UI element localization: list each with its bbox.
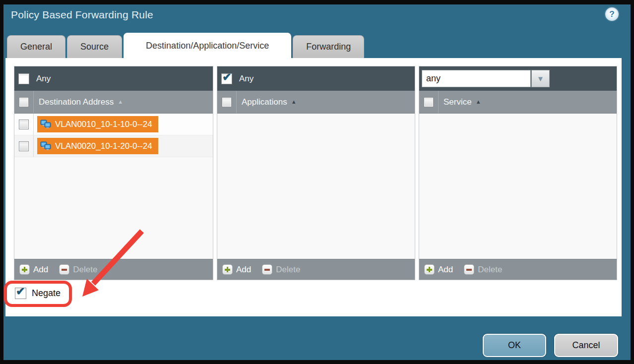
destination-any-checkbox[interactable]	[18, 73, 29, 84]
destination-any-label: Any	[36, 74, 51, 84]
table-row: VLAN0020_10-1-20-0--24	[14, 135, 213, 157]
service-type-dropdown: any ▼	[422, 70, 550, 87]
applications-any-checkbox[interactable]	[221, 73, 232, 84]
applications-select-all-checkbox[interactable]	[222, 97, 232, 107]
service-select-all-checkbox[interactable]	[424, 97, 434, 107]
negate-option: Negate	[15, 288, 61, 299]
destination-column-header: Destination Address ▲	[14, 91, 213, 114]
service-dropdown-value[interactable]: any	[422, 70, 531, 87]
destination-add-button[interactable]: Add	[19, 264, 48, 275]
sort-asc-icon[interactable]: ▲	[291, 99, 297, 105]
applications-panel: Any Applications ▲ Add	[217, 66, 415, 280]
tab-destination-application-service[interactable]: Destination/Application/Service	[124, 33, 291, 58]
cancel-button[interactable]: Cancel	[554, 334, 618, 357]
service-list	[419, 114, 617, 259]
destination-any-bar: Any	[14, 66, 213, 91]
chevron-down-icon: ▼	[537, 75, 544, 82]
tab-bar: General Source Destination/Application/S…	[7, 33, 364, 58]
negate-label: Negate	[32, 288, 61, 299]
tab-source[interactable]: Source	[67, 35, 122, 58]
destination-address-list: VLAN0010_10-1-10-0--24	[14, 114, 213, 259]
add-plus-icon	[19, 264, 30, 275]
destination-column-title[interactable]: Destination Address	[39, 97, 114, 107]
applications-delete-button[interactable]: Delete	[262, 264, 300, 275]
add-plus-icon	[424, 264, 435, 275]
network-icon	[40, 141, 52, 151]
sort-asc-icon[interactable]: ▲	[476, 99, 481, 105]
service-column-title[interactable]: Service	[444, 97, 472, 107]
address-object-vlan0020[interactable]: VLAN0020_10-1-20-0--24	[37, 138, 158, 154]
applications-add-button[interactable]: Add	[222, 264, 251, 275]
destination-footer-bar: Add Delete	[14, 259, 213, 280]
address-object-label: VLAN0010_10-1-10-0--24	[55, 120, 152, 129]
destination-select-all-checkbox[interactable]	[19, 97, 29, 107]
delete-minus-icon	[464, 264, 474, 275]
network-icon	[40, 120, 52, 129]
address-object-label: VLAN0020_10-1-20-0--24	[55, 141, 152, 151]
dialog-titlebar: Policy Based Forwarding Rule ?	[3, 4, 631, 33]
service-add-button[interactable]: Add	[424, 264, 453, 275]
sort-asc-icon[interactable]: ▲	[118, 99, 123, 105]
delete-minus-icon	[262, 264, 272, 275]
service-any-bar: any ▼	[419, 66, 617, 91]
row-checkbox[interactable]	[19, 141, 29, 151]
service-column-header: Service ▲	[419, 91, 617, 114]
applications-footer-bar: Add Delete	[217, 259, 415, 280]
destination-delete-button[interactable]: Delete	[59, 264, 97, 275]
address-object-vlan0010[interactable]: VLAN0010_10-1-10-0--24	[37, 116, 158, 132]
applications-column-header: Applications ▲	[217, 91, 415, 114]
delete-minus-icon	[59, 264, 69, 275]
service-footer-bar: Add Delete	[419, 259, 617, 280]
panels-container: Any Destination Address ▲	[14, 66, 617, 280]
applications-column-title[interactable]: Applications	[242, 97, 287, 107]
service-delete-button[interactable]: Delete	[464, 264, 502, 275]
applications-any-bar: Any	[217, 66, 415, 91]
add-plus-icon	[222, 264, 233, 275]
pbf-rule-dialog: Policy Based Forwarding Rule ? General S…	[3, 4, 631, 360]
dialog-title: Policy Based Forwarding Rule	[11, 9, 153, 21]
ok-button[interactable]: OK	[483, 334, 546, 357]
tab-forwarding[interactable]: Forwarding	[293, 35, 364, 58]
applications-list	[217, 114, 415, 259]
row-checkbox[interactable]	[19, 120, 29, 129]
destination-address-panel: Any Destination Address ▲	[14, 66, 213, 280]
service-dropdown-button[interactable]: ▼	[531, 70, 550, 87]
tab-general[interactable]: General	[7, 35, 65, 58]
tab-content: Any Destination Address ▲	[5, 58, 622, 316]
service-panel: any ▼ Service ▲	[419, 66, 617, 280]
applications-any-label: Any	[239, 74, 254, 84]
table-row: VLAN0010_10-1-10-0--24	[14, 114, 213, 135]
help-icon[interactable]: ?	[605, 7, 619, 21]
negate-checkbox[interactable]	[15, 288, 26, 299]
